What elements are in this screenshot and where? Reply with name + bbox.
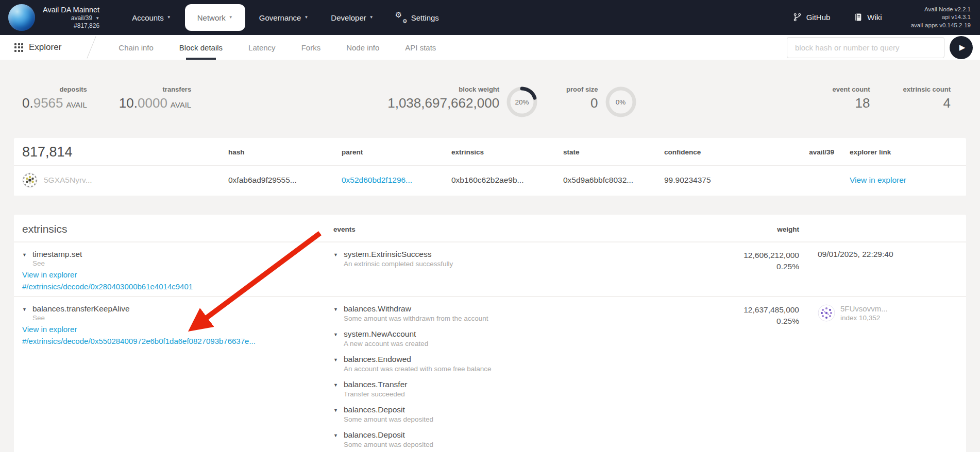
- state-root: 0x5d9a6bbfc8032...: [563, 176, 664, 185]
- tab-forks[interactable]: Forks: [301, 35, 321, 60]
- expand-toggle-icon[interactable]: ▼: [333, 250, 338, 268]
- view-in-explorer-link[interactable]: View in explorer: [22, 270, 333, 279]
- event-item: ▼ balances.Deposit Some amount was depos…: [333, 405, 696, 423]
- search-submit-button[interactable]: ▶: [950, 36, 973, 59]
- extrinsic-row-timestamp-set: ▼ timestamp.set See View in explorer #/e…: [14, 241, 966, 296]
- chevron-down-icon: ▼: [95, 16, 99, 21]
- expand-toggle-icon[interactable]: ▼: [333, 405, 338, 423]
- extrinsics-root: 0xb160c62b2ae9b...: [451, 176, 563, 185]
- apps-grid-icon[interactable]: [14, 43, 23, 52]
- block-table-header: 817,814 hash parent extrinsics state con…: [14, 138, 966, 165]
- col-header-parent: parent: [342, 148, 451, 160]
- menu-settings[interactable]: ⚙⚙ Settings: [387, 6, 448, 29]
- extrinsic-method: balances.transferKeepAlive: [32, 304, 130, 314]
- weight-stats-group: block weight 1,038,697,662,000 20% proof…: [387, 85, 636, 117]
- value-stats-group: deposits 0.9565AVAIL transfers 10.0000AV…: [22, 85, 191, 111]
- expand-toggle-icon[interactable]: ▼: [22, 304, 27, 312]
- avail-logo-icon[interactable]: [8, 4, 35, 31]
- block-details-card: 817,814 hash parent extrinsics state con…: [14, 138, 966, 196]
- chevron-down-icon: ▼: [304, 15, 308, 20]
- weight-cell: 12,637,485,000 0.25%: [696, 304, 799, 452]
- block-search: ▶: [787, 36, 973, 59]
- wiki-link[interactable]: Wiki: [854, 13, 882, 22]
- weight-percent: 0.25%: [696, 261, 799, 272]
- event-name: system.ExtrinsicSuccess: [344, 250, 453, 259]
- block-hash: 0xfab6ad9f29555...: [228, 176, 342, 185]
- confidence-value: 99.90234375: [664, 176, 788, 185]
- col-header-explorer-link: explorer link: [834, 148, 954, 160]
- chevron-down-icon: ▼: [167, 15, 171, 20]
- tab-latency[interactable]: Latency: [248, 35, 276, 60]
- menu-governance[interactable]: Governance▼: [250, 7, 317, 28]
- extrinsics-header: extrinsics events weight: [14, 215, 966, 241]
- explorer-subnav: Explorer Chain info Block details Latenc…: [0, 35, 980, 60]
- weight-header: weight: [696, 225, 799, 235]
- event-description: Some amount was deposited: [344, 441, 433, 448]
- block-weight-gauge: 20%: [506, 86, 537, 117]
- tab-block-details[interactable]: Block details: [179, 35, 223, 60]
- event-description: Transfer succeeded: [344, 390, 408, 398]
- event-item: ▼ balances.Endowed An account was create…: [333, 355, 696, 373]
- expand-toggle-icon[interactable]: ▼: [333, 329, 338, 347]
- event-name: balances.Transfer: [344, 380, 408, 389]
- block-table-row: 5GXA5Nyrv... 0xfab6ad9f29555... 0x52d60b…: [14, 165, 966, 196]
- extrinsic-decode-link[interactable]: #/extrinsics/decode/0x55028400972e6b0f1d…: [22, 337, 333, 345]
- weight-value: 12,606,212,000: [696, 250, 799, 261]
- page-content: deposits 0.9565AVAIL transfers 10.0000AV…: [0, 60, 980, 452]
- signer-address: 5FUvsovvm...: [840, 304, 888, 313]
- block-search-input[interactable]: [787, 37, 944, 58]
- view-in-explorer-link[interactable]: View in explorer: [850, 176, 906, 184]
- extrinsic-cell: ▼ timestamp.set See View in explorer #/e…: [22, 250, 333, 291]
- count-stats-group: event count 18 extrinsic count 4: [833, 85, 951, 111]
- menu-network[interactable]: Network▼: [185, 4, 245, 31]
- expand-toggle-icon[interactable]: ▼: [333, 355, 338, 373]
- col-header-confidence: confidence: [664, 148, 788, 160]
- expand-toggle-icon[interactable]: ▼: [333, 430, 338, 448]
- extrinsic-see: See: [32, 314, 333, 322]
- menu-developer[interactable]: Developer▼: [322, 7, 382, 28]
- chevron-down-icon: ▼: [229, 15, 233, 20]
- expand-toggle-icon[interactable]: ▼: [22, 250, 27, 257]
- expand-toggle-icon[interactable]: ▼: [333, 304, 338, 322]
- extrinsic-decode-link[interactable]: #/extrinsics/decode/0x280403000b61e4014c…: [22, 282, 333, 291]
- event-description: An account was created with some free ba…: [344, 365, 492, 373]
- event-name: balances.Deposit: [344, 430, 433, 440]
- extrinsics-card: extrinsics events weight ▼ timestamp.set…: [14, 215, 966, 452]
- expand-toggle-icon[interactable]: ▼: [333, 380, 338, 398]
- view-in-explorer-link[interactable]: View in explorer: [22, 325, 333, 334]
- gear-icon: ⚙⚙: [396, 12, 407, 23]
- block-author-address: 5GXA5Nyrv...: [44, 176, 92, 185]
- tab-chain-info[interactable]: Chain info: [119, 35, 154, 60]
- stat-extrinsic-count: extrinsic count 4: [903, 85, 951, 111]
- extrinsics-title: extrinsics: [22, 223, 333, 235]
- tab-api-stats[interactable]: API stats: [405, 35, 436, 60]
- runtime-selector[interactable]: avail/39▼: [43, 14, 99, 22]
- github-link[interactable]: GitHub: [793, 13, 831, 22]
- event-description: Some amount was withdrawn from the accou…: [344, 315, 488, 322]
- api-version: api v14.3.1: [911, 13, 971, 21]
- chevron-down-icon: ▼: [369, 15, 374, 20]
- extrinsic-method: timestamp.set: [32, 250, 82, 259]
- chain-name: Avail DA Mainnet: [43, 5, 99, 14]
- event-name: balances.Deposit: [344, 405, 433, 414]
- book-icon: [854, 13, 863, 22]
- event-item: ▼ balances.Withdraw Some amount was with…: [333, 304, 696, 322]
- parent-hash-link[interactable]: 0x52d60bd2f1296...: [342, 176, 412, 184]
- explorer-page: Avail DA Mainnet avail/39▼ #817,826 Acco…: [0, 0, 980, 452]
- event-name: system.NewAccount: [344, 329, 428, 339]
- extrinsic-timestamp: 09/01/2025, 22:29:40: [799, 250, 954, 291]
- tab-node-info[interactable]: Node info: [346, 35, 379, 60]
- event-item: ▼ system.ExtrinsicSuccess An extrinsic c…: [333, 250, 696, 268]
- best-block-number: #817,826: [43, 22, 99, 30]
- git-branch-icon: [793, 13, 802, 22]
- apps-version: avail-apps v0.145.2-19: [911, 22, 971, 29]
- chain-info: Avail DA Mainnet avail/39▼ #817,826: [43, 5, 99, 30]
- stat-deposits: deposits 0.9565AVAIL: [22, 85, 87, 111]
- menu-accounts[interactable]: Accounts▼: [123, 7, 180, 28]
- weight-cell: 12,606,212,000 0.25%: [696, 250, 799, 291]
- event-item: ▼ system.NewAccount A new account was cr…: [333, 329, 696, 347]
- col-header-state: state: [563, 148, 664, 160]
- extrinsic-cell: ▼ balances.transferKeepAlive See View in…: [22, 304, 333, 452]
- events-cell: ▼ balances.Withdraw Some amount was with…: [333, 304, 696, 452]
- main-menu: Accounts▼ Network▼ Governance▼ Developer…: [123, 4, 448, 31]
